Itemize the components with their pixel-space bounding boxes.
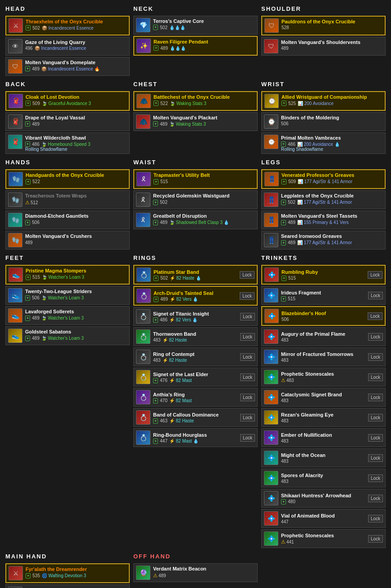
lock-button[interactable]: Lock [240,373,255,381]
item-icon: 🧤 [8,213,22,227]
lock-button[interactable]: Lock [368,474,383,482]
lock-button[interactable]: Lock [368,535,383,543]
item-name: Irideus Fragment [281,290,366,296]
lock-button[interactable]: Lock [368,515,383,522]
item-rolling: Rolling Shadowflame [25,147,127,152]
plus-icon: + [281,276,286,281]
item-icon: 💎 [136,18,150,32]
item-ilvl: 486 [160,317,167,322]
item-icon: 💍 [136,329,150,344]
trinkets-item-8: 💠 Rezan's Gleaming Eye 483 Lock [261,408,386,427]
plus-icon: + [153,439,158,444]
item-name: Prophetic Stonescales [281,532,366,539]
item-name: Ring-Bound Hourglass [153,432,238,438]
item-icon: ⚔ [9,566,23,580]
lock-button[interactable]: Lock [368,414,383,421]
item-name: Handguards of the Onyx Crucible [26,172,127,178]
warning-icon: ⚠ [281,539,286,545]
item-ilvl: 502 [288,200,295,205]
lock-button[interactable]: Lock [368,312,382,320]
item-name: Verdant Matrix Beacon [153,566,255,572]
item-icon: 💍 [136,410,150,425]
lock-button[interactable]: Lock [368,353,383,361]
plus-icon: + [281,179,286,184]
hands-item-1: 🧤 Handguards of the Onyx Crucible + 522 [5,169,130,189]
lock-button[interactable]: Lock [368,434,383,442]
section-offhand: OFF HAND 🔮 Verdant Matrix Beacon ⚠ 489 [132,551,259,588]
lock-button[interactable]: Lock [240,353,255,361]
item-ilvl: 489 [160,297,168,302]
item-name: Binders of the Moldering [281,114,383,121]
item-name: Thornwoven Band [153,331,238,337]
item-name: Allied Wristguard of Companionship [281,94,382,100]
section-title-shoulder: SHOULDER [261,5,386,13]
lock-button[interactable]: Lock [240,271,255,279]
item-name: Terros's Captive Core [153,18,255,24]
warning-icon: ⚠ [25,200,30,206]
trinkets-item-12: 💠 Shikaari Huntress' Arrowhead + 480 Loc… [261,489,386,508]
shoulder-item-2: 🛡 Molten Vanguard's Shouldervents 489 [261,37,386,56]
item-name: Mirror of Fractured Tomorrows [281,351,366,357]
item-enchant: 📊 200 Avoidance [298,101,334,106]
lock-button[interactable]: Lock [240,333,255,341]
lock-button[interactable]: Lock [368,373,383,381]
lock-button[interactable]: Lock [368,292,383,299]
item-icon: 🧤 [9,172,23,186]
item-name: Signet of Titanic Insight [153,311,238,317]
item-enchant: 🍃 Watcher's Loam 3 [41,295,84,300]
plus-icon: + [281,240,286,246]
trinkets-item-10: 💠 Might of the Ocean 483 Lock [261,448,386,467]
lock-button[interactable]: Lock [240,434,255,442]
lock-button[interactable]: Lock [368,454,383,462]
item-enchant: 🍃 Graceful Avoidance 3 [42,101,91,106]
item-enchant: 🍃 Watcher's Loam 3 [41,336,84,341]
item-name: Raven Filigree Pendant [154,39,255,45]
item-name: Cloak of Lost Devotion [26,94,127,100]
item-enchant: 🍃 Watcher's Loam 3 [42,275,84,280]
section-mainhand: MAIN HAND ⚔ Fyr'alath the Dreamrender + … [4,551,132,588]
mainhand-item-2: ⚔ Proctor's Tactical Cleaver ⚠ 509 🌀 Waf… [5,584,130,588]
item-name: Pristine Magma Stompers [26,268,127,274]
lock-button[interactable]: Lock [240,414,255,421]
plus-icon: + [153,378,158,383]
item-icon: 👟 [8,288,22,303]
trinkets-item-9: 💠 Ember of Nullification 483 Lock [261,428,386,447]
item-icon: 💠 [264,329,278,344]
trinkets-item-14: 💠 Prophetic Stonescales ⚠ 441 Lock [261,529,386,548]
item-ilvl: 483 [281,398,289,403]
item-enchant: ⚡ 82 Vers 💧 [170,297,198,302]
plus-icon: + [154,101,158,106]
lock-button[interactable]: Lock [368,394,383,401]
plus-icon: + [26,25,31,31]
waist-item-1: 🎗 Trapmaster's Utility Belt + 515 [133,169,258,189]
lock-button[interactable]: Lock [368,333,383,341]
item-ilvl: 441 [286,540,294,544]
item-name: Twenty-Two-League Striders [25,288,127,294]
rings-item-8: 💍 Band of Callous Dominance + 463 ⚡ 82 H… [133,408,258,427]
plus-icon: + [153,25,158,30]
plus-icon: + [25,220,30,225]
lock-button[interactable]: Lock [240,394,255,401]
trinkets-item-4: 💠 Augury of the Primal Flame 483 Lock [261,327,386,346]
item-name: Treacherous Totem Wraps [25,193,127,199]
item-name: Pauldrons of the Onyx Crucible [281,18,382,25]
item-ilvl: 489 [160,220,167,225]
section-neck: NECK 💎 Terros's Captive Core + 502 💧💧💧 ✨… [132,4,259,79]
item-enchant: ⚡ 82 Mast [169,378,192,383]
item-enchant: 📊 177 Agi/Str & 141 Armor [298,179,352,184]
plus-icon: + [25,66,30,71]
lock-button[interactable]: Lock [368,495,383,502]
plus-icon: + [281,220,286,225]
lock-button[interactable]: Lock [240,292,255,300]
item-name: Trapmaster's Utility Belt [154,172,255,178]
trinkets-item-2: 💠 Irideus Fragment + 515 Lock [261,286,386,305]
lock-button[interactable]: Lock [240,313,255,320]
item-enchant: 📦 Incandescent Essence [35,46,86,51]
lock-button[interactable]: Lock [368,271,382,279]
item-name: Seared Ironwood Greaves [281,233,383,239]
item-ilvl: 535 [32,573,40,578]
plus-icon: + [26,573,31,579]
item-icon: 💠 [264,268,279,282]
trinkets-item-5: 💠 Mirror of Fractured Tomorrows 483 Lock [261,347,386,366]
item-name: Battlechest of the Onyx Crucible [154,94,255,100]
